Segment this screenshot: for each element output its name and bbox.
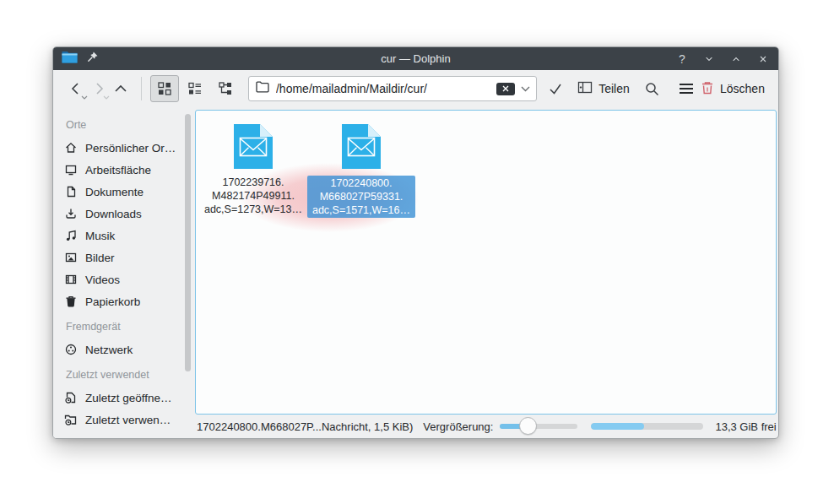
- delete-button[interactable]: Löschen: [701, 75, 765, 102]
- zoom-slider-handle[interactable]: [519, 417, 537, 435]
- tree-view-button[interactable]: [211, 75, 240, 102]
- clear-location-icon[interactable]: [496, 83, 515, 95]
- location-path[interactable]: /home/mailadmin/Maildir/cur/: [276, 82, 496, 95]
- split-view-button[interactable]: Teilen: [577, 75, 630, 102]
- trash-red-icon: [701, 80, 714, 98]
- zoom-slider[interactable]: [500, 417, 577, 436]
- recent-folder-icon: [64, 413, 78, 426]
- folder-view[interactable]: 1702239716. M482174P49911. adc,S=1273,W=…: [195, 110, 777, 415]
- places-section-fremdgeraet: Fremdgerät: [66, 321, 195, 333]
- forward-button[interactable]: [88, 75, 111, 102]
- sidebar-item-recent-locations[interactable]: Zuletzt verwen…: [64, 409, 195, 431]
- hamburger-icon: [679, 83, 694, 95]
- back-dropdown-icon: [81, 95, 88, 100]
- music-icon: [64, 229, 78, 242]
- network-icon: [64, 343, 78, 356]
- sidebar-item-documents[interactable]: Dokumente: [64, 181, 195, 203]
- forward-dropdown-icon: [103, 95, 110, 100]
- sidebar-item-desktop[interactable]: Arbeitsfläche: [64, 159, 195, 181]
- home-icon: [64, 141, 78, 154]
- file-item-2-selected[interactable]: 1702240800. M668027P59331. adc,S=1571,W=…: [307, 124, 415, 218]
- desktop-icon: [64, 163, 78, 176]
- sidebar-scrollbar[interactable]: [185, 114, 191, 371]
- sidebar-item-trash[interactable]: Papierkorb: [64, 290, 195, 312]
- trash-icon: [64, 295, 78, 308]
- dolphin-window: cur — Dolphin ?: [52, 46, 779, 439]
- split-view-icon: [577, 80, 593, 97]
- pin-icon[interactable]: [86, 51, 99, 67]
- location-dropdown-icon[interactable]: [520, 81, 531, 96]
- close-button[interactable]: [756, 52, 770, 66]
- mail-file-icon: [234, 124, 273, 169]
- download-icon: [64, 207, 78, 220]
- search-icon: [644, 81, 660, 97]
- menu-button[interactable]: [672, 75, 701, 102]
- selection-info: 1702240800.M668027P...Nachricht, 1,5 KiB…: [197, 420, 413, 433]
- sidebar-item-home[interactable]: Persönlicher Or…: [64, 137, 195, 159]
- sidebar-item-videos[interactable]: Videos: [64, 268, 195, 290]
- titlebar[interactable]: cur — Dolphin ?: [53, 47, 778, 70]
- window-title: cur — Dolphin: [53, 52, 778, 65]
- places-panel: Orte Persönlicher Or… Arbeitsfläche Doku…: [53, 107, 195, 438]
- image-icon: [64, 251, 78, 264]
- split-view-label: Teilen: [598, 82, 630, 95]
- mail-file-icon: [342, 124, 381, 169]
- zoom-label: Vergrößerung:: [423, 420, 493, 433]
- video-icon: [64, 273, 78, 286]
- accept-button[interactable]: [542, 75, 569, 102]
- file-item-1[interactable]: 1702239716. M482174P49911. adc,S=1273,W=…: [199, 124, 307, 216]
- toolbar-separator: [141, 77, 142, 100]
- disk-capacity-bar: [591, 423, 703, 430]
- disk-capacity-fill: [591, 423, 644, 430]
- location-folder-icon: [256, 81, 269, 96]
- maximize-button[interactable]: [729, 52, 743, 66]
- sidebar-item-pictures[interactable]: Bilder: [64, 247, 195, 268]
- places-section-recent: Zuletzt verwendet: [66, 369, 195, 381]
- main-toolbar: /home/mailadmin/Maildir/cur/: [53, 70, 778, 107]
- location-bar[interactable]: /home/mailadmin/Maildir/cur/: [248, 76, 537, 101]
- sidebar-item-network[interactable]: Netzwerk: [64, 339, 195, 360]
- sidebar-item-music[interactable]: Musik: [64, 225, 195, 247]
- document-icon: [64, 185, 78, 198]
- file-name: 1702240800. M668027P59331. adc,S=1571,W=…: [307, 176, 415, 218]
- recent-document-icon: [64, 391, 78, 404]
- search-button[interactable]: [638, 75, 667, 102]
- desktop: cur — Dolphin ?: [0, 0, 834, 504]
- delete-label: Löschen: [720, 82, 765, 95]
- file-name: 1702239716. M482174P49911. adc,S=1273,W=…: [199, 176, 307, 216]
- sidebar-item-recent-files[interactable]: Zuletzt geöffne…: [64, 387, 195, 409]
- sidebar-item-downloads[interactable]: Downloads: [64, 203, 195, 225]
- free-space-label: 13,3 GiB frei: [715, 420, 776, 433]
- help-button[interactable]: ?: [675, 52, 689, 66]
- back-button[interactable]: [65, 75, 88, 102]
- places-section-orte: Orte: [66, 119, 195, 131]
- details-view-button[interactable]: [181, 75, 209, 102]
- statusbar: 1702240800.M668027P...Nachricht, 1,5 KiB…: [195, 415, 778, 438]
- app-folder-icon: [62, 51, 78, 67]
- icons-view-button[interactable]: [150, 75, 179, 102]
- minimize-button[interactable]: [702, 52, 716, 66]
- up-button[interactable]: [110, 75, 133, 102]
